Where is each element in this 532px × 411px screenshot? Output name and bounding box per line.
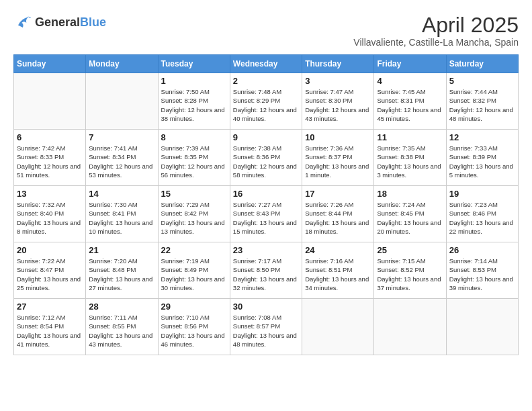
- calendar-cell: 21Sunrise: 7:20 AM Sunset: 8:48 PM Dayli…: [86, 242, 158, 299]
- day-number: 19: [449, 189, 515, 199]
- calendar-week-row: 1Sunrise: 7:50 AM Sunset: 8:28 PM Daylig…: [14, 73, 519, 130]
- day-number: 16: [233, 189, 299, 199]
- logo: General Blue: [13, 13, 106, 32]
- title-area: April 2025 Villavaliente, Castille-La Ma…: [353, 13, 519, 48]
- day-number: 18: [377, 189, 443, 199]
- day-number: 11: [377, 132, 443, 142]
- day-number: 3: [305, 76, 371, 86]
- day-info: Sunrise: 7:20 AM Sunset: 8:48 PM Dayligh…: [89, 257, 154, 292]
- calendar-cell: 11Sunrise: 7:35 AM Sunset: 8:38 PM Dayli…: [374, 130, 446, 186]
- day-number: 4: [377, 76, 443, 86]
- header: General Blue April 2025 Villavaliente, C…: [13, 13, 519, 48]
- calendar-cell: 18Sunrise: 7:24 AM Sunset: 8:45 PM Dayli…: [374, 186, 446, 242]
- calendar-cell: 27Sunrise: 7:12 AM Sunset: 8:54 PM Dayli…: [14, 299, 86, 355]
- day-number: 29: [161, 302, 227, 312]
- day-number: 24: [305, 245, 371, 255]
- logo-text: General Blue: [35, 16, 106, 30]
- calendar-header-sunday: Sunday: [14, 55, 86, 73]
- main-title: April 2025: [353, 13, 519, 37]
- day-number: 1: [161, 76, 227, 86]
- logo-general: General: [35, 16, 80, 30]
- calendar-cell: 28Sunrise: 7:11 AM Sunset: 8:55 PM Dayli…: [86, 299, 158, 355]
- day-info: Sunrise: 7:26 AM Sunset: 8:44 PM Dayligh…: [305, 200, 371, 236]
- day-info: Sunrise: 7:36 AM Sunset: 8:37 PM Dayligh…: [305, 144, 371, 179]
- calendar-header-row: SundayMondayTuesdayWednesdayThursdayFrid…: [14, 55, 519, 73]
- calendar-cell: 12Sunrise: 7:33 AM Sunset: 8:39 PM Dayli…: [446, 130, 518, 186]
- day-number: 22: [161, 245, 227, 255]
- day-info: Sunrise: 7:10 AM Sunset: 8:56 PM Dayligh…: [161, 313, 227, 349]
- day-number: 28: [89, 302, 154, 312]
- day-info: Sunrise: 7:48 AM Sunset: 8:29 PM Dayligh…: [233, 87, 299, 123]
- day-number: 27: [17, 302, 83, 312]
- day-info: Sunrise: 7:30 AM Sunset: 8:41 PM Dayligh…: [89, 200, 154, 236]
- day-info: Sunrise: 7:27 AM Sunset: 8:43 PM Dayligh…: [233, 200, 299, 236]
- day-info: Sunrise: 7:38 AM Sunset: 8:36 PM Dayligh…: [233, 144, 299, 179]
- calendar-cell: 25Sunrise: 7:15 AM Sunset: 8:52 PM Dayli…: [374, 242, 446, 299]
- calendar-cell: 22Sunrise: 7:19 AM Sunset: 8:49 PM Dayli…: [158, 242, 230, 299]
- day-info: Sunrise: 7:15 AM Sunset: 8:52 PM Dayligh…: [377, 257, 443, 292]
- day-info: Sunrise: 7:24 AM Sunset: 8:45 PM Dayligh…: [377, 200, 443, 236]
- day-number: 30: [233, 302, 299, 312]
- day-info: Sunrise: 7:08 AM Sunset: 8:57 PM Dayligh…: [233, 313, 299, 349]
- calendar-cell: 10Sunrise: 7:36 AM Sunset: 8:37 PM Dayli…: [302, 130, 374, 186]
- calendar-cell: 30Sunrise: 7:08 AM Sunset: 8:57 PM Dayli…: [230, 299, 302, 355]
- calendar-cell: [14, 73, 86, 130]
- day-number: 21: [89, 245, 154, 255]
- calendar-cell: [86, 73, 158, 130]
- subtitle: Villavaliente, Castille-La Mancha, Spain: [353, 37, 519, 48]
- day-info: Sunrise: 7:19 AM Sunset: 8:49 PM Dayligh…: [161, 257, 227, 292]
- day-info: Sunrise: 7:14 AM Sunset: 8:53 PM Dayligh…: [449, 257, 515, 292]
- day-number: 15: [161, 189, 227, 199]
- day-info: Sunrise: 7:11 AM Sunset: 8:55 PM Dayligh…: [89, 313, 154, 349]
- day-info: Sunrise: 7:44 AM Sunset: 8:32 PM Dayligh…: [449, 87, 515, 123]
- calendar-cell: 15Sunrise: 7:29 AM Sunset: 8:42 PM Dayli…: [158, 186, 230, 242]
- calendar-header-friday: Friday: [374, 55, 446, 73]
- calendar-cell: 14Sunrise: 7:30 AM Sunset: 8:41 PM Dayli…: [86, 186, 158, 242]
- calendar-cell: [302, 299, 374, 355]
- calendar-cell: 23Sunrise: 7:17 AM Sunset: 8:50 PM Dayli…: [230, 242, 302, 299]
- calendar-cell: 7Sunrise: 7:41 AM Sunset: 8:34 PM Daylig…: [86, 130, 158, 186]
- day-number: 23: [233, 245, 299, 255]
- calendar-header-saturday: Saturday: [446, 55, 518, 73]
- calendar-week-row: 27Sunrise: 7:12 AM Sunset: 8:54 PM Dayli…: [14, 299, 519, 355]
- calendar-cell: 3Sunrise: 7:47 AM Sunset: 8:30 PM Daylig…: [302, 73, 374, 130]
- day-number: 7: [89, 132, 154, 142]
- day-number: 17: [305, 189, 371, 199]
- day-number: 2: [233, 76, 299, 86]
- calendar-header-tuesday: Tuesday: [158, 55, 230, 73]
- calendar-cell: 17Sunrise: 7:26 AM Sunset: 8:44 PM Dayli…: [302, 186, 374, 242]
- day-number: 10: [305, 132, 371, 142]
- day-number: 13: [17, 189, 83, 199]
- day-info: Sunrise: 7:39 AM Sunset: 8:35 PM Dayligh…: [161, 144, 227, 179]
- calendar-cell: 20Sunrise: 7:22 AM Sunset: 8:47 PM Dayli…: [14, 242, 86, 299]
- day-number: 9: [233, 132, 299, 142]
- calendar-header-thursday: Thursday: [302, 55, 374, 73]
- calendar-header-monday: Monday: [86, 55, 158, 73]
- day-info: Sunrise: 7:50 AM Sunset: 8:28 PM Dayligh…: [161, 87, 227, 123]
- calendar-week-row: 20Sunrise: 7:22 AM Sunset: 8:47 PM Dayli…: [14, 242, 519, 299]
- calendar-cell: [446, 299, 518, 355]
- day-number: 20: [17, 245, 83, 255]
- day-info: Sunrise: 7:45 AM Sunset: 8:31 PM Dayligh…: [377, 87, 443, 123]
- calendar-cell: 2Sunrise: 7:48 AM Sunset: 8:29 PM Daylig…: [230, 73, 302, 130]
- calendar-cell: 4Sunrise: 7:45 AM Sunset: 8:31 PM Daylig…: [374, 73, 446, 130]
- day-number: 12: [449, 132, 515, 142]
- calendar-cell: 26Sunrise: 7:14 AM Sunset: 8:53 PM Dayli…: [446, 242, 518, 299]
- day-number: 8: [161, 132, 227, 142]
- day-number: 6: [17, 132, 83, 142]
- calendar-cell: [374, 299, 446, 355]
- day-info: Sunrise: 7:12 AM Sunset: 8:54 PM Dayligh…: [17, 313, 83, 349]
- calendar-cell: 6Sunrise: 7:42 AM Sunset: 8:33 PM Daylig…: [14, 130, 86, 186]
- calendar-cell: 5Sunrise: 7:44 AM Sunset: 8:32 PM Daylig…: [446, 73, 518, 130]
- day-number: 25: [377, 245, 443, 255]
- calendar-cell: 13Sunrise: 7:32 AM Sunset: 8:40 PM Dayli…: [14, 186, 86, 242]
- day-info: Sunrise: 7:42 AM Sunset: 8:33 PM Dayligh…: [17, 144, 83, 179]
- day-info: Sunrise: 7:17 AM Sunset: 8:50 PM Dayligh…: [233, 257, 299, 292]
- calendar-cell: 9Sunrise: 7:38 AM Sunset: 8:36 PM Daylig…: [230, 130, 302, 186]
- day-info: Sunrise: 7:33 AM Sunset: 8:39 PM Dayligh…: [449, 144, 515, 179]
- day-info: Sunrise: 7:29 AM Sunset: 8:42 PM Dayligh…: [161, 200, 227, 236]
- day-info: Sunrise: 7:47 AM Sunset: 8:30 PM Dayligh…: [305, 87, 371, 123]
- day-info: Sunrise: 7:32 AM Sunset: 8:40 PM Dayligh…: [17, 200, 83, 236]
- calendar-week-row: 13Sunrise: 7:32 AM Sunset: 8:40 PM Dayli…: [14, 186, 519, 242]
- calendar-cell: 16Sunrise: 7:27 AM Sunset: 8:43 PM Dayli…: [230, 186, 302, 242]
